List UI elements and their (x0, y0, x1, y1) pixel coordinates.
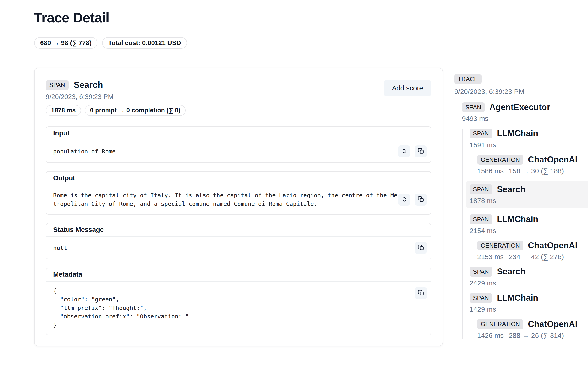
node-duration: 1591 ms (469, 141, 496, 149)
node-type-badge: GENERATION (477, 241, 523, 251)
node-title: ChatOpenAI (528, 241, 577, 250)
metadata-line: } (53, 321, 189, 329)
node-title: ChatOpenAI (528, 319, 577, 329)
trace-type-badge: TRACE (454, 74, 482, 84)
metadata-copy-button[interactable] (415, 287, 427, 299)
output-section: Output Rome is the capital city of Italy… (46, 171, 431, 215)
copy-icon (418, 290, 424, 297)
node-duration: 1878 ms (469, 197, 496, 205)
copy-icon (418, 196, 424, 203)
node-token-usage: 288 → 26 (∑ 314) (509, 332, 564, 340)
tree-node-llmchain-1[interactable]: SPAN LLMChain 1591 ms (469, 129, 588, 149)
trace-summary-badges: 680 → 98 (∑ 778) Total cost: 0.00121 USD (34, 37, 588, 49)
node-type-badge: SPAN (462, 102, 485, 112)
node-type-badge: SPAN (469, 184, 492, 194)
output-line: Rome is the capital city of Italy. It is… (53, 191, 397, 200)
node-type-badge: SPAN (469, 214, 492, 224)
node-duration: 1426 ms (477, 332, 504, 340)
node-title: LLMChain (497, 214, 538, 224)
tree-node-chatopenai-3[interactable]: GENERATION ChatOpenAI 1426 ms 288 → 26 (… (477, 319, 588, 340)
input-content: population of Rome (53, 147, 116, 156)
node-duration: 2154 ms (469, 227, 496, 235)
output-line: tropolitan City of Rome, and a special c… (53, 200, 397, 208)
llmchain-1-children: GENERATION ChatOpenAI 1586 ms 158 → 30 (… (470, 155, 588, 175)
span-type-badge: SPAN (46, 80, 69, 90)
node-duration: 2429 ms (469, 279, 496, 287)
node-duration: 9493 ms (462, 115, 488, 123)
output-expand-button[interactable] (398, 194, 410, 206)
tree-node-search-2[interactable]: SPAN Search 2429 ms (469, 267, 588, 287)
node-type-badge: SPAN (469, 293, 492, 303)
add-score-button[interactable]: Add score (384, 80, 431, 96)
metadata-section: Metadata { "color": "green", "llm_prefix… (46, 268, 431, 335)
input-section: Input population of Rome (46, 126, 431, 163)
span-header-info: SPAN Search 9/20/2023, 6:39:23 PM 1878 m… (46, 80, 186, 116)
tree-node-llmchain-2[interactable]: SPAN LLMChain 2154 ms (469, 214, 588, 235)
node-duration: 2153 ms (477, 253, 504, 261)
status-message-label: Status Message (46, 223, 431, 237)
node-duration: 1586 ms (477, 167, 504, 175)
input-expand-button[interactable] (398, 145, 410, 157)
node-type-badge: SPAN (469, 267, 492, 277)
status-copy-button[interactable] (415, 242, 427, 254)
metadata-content: { "color": "green", "llm_prefix": "Thoug… (53, 287, 189, 329)
status-message-content: null (53, 244, 67, 252)
span-token-usage-badge: 0 prompt → 0 completion (∑ 0) (85, 105, 186, 116)
output-section-label: Output (46, 172, 431, 185)
span-timestamp: 9/20/2023, 6:39:23 PM (46, 93, 186, 101)
span-latency-badge: 1878 ms (46, 105, 81, 116)
tree-node-chatopenai-1[interactable]: GENERATION ChatOpenAI 1586 ms 158 → 30 (… (477, 155, 588, 175)
trace-timestamp: 9/20/2023, 6:39:23 PM (454, 88, 588, 96)
chevrons-up-down-icon (401, 148, 407, 155)
trace-children: SPAN AgentExecutor 9493 ms SPAN LLMChain… (455, 102, 588, 340)
chevrons-up-down-icon (401, 196, 407, 203)
output-content: Rome is the capital city of Italy. It is… (53, 191, 397, 208)
metadata-line: { (53, 287, 189, 295)
node-title: Search (497, 185, 525, 194)
node-title: LLMChain (497, 129, 538, 138)
trace-total-cost-badge: Total cost: 0.00121 USD (102, 37, 187, 49)
llmchain-2-children: GENERATION ChatOpenAI 2153 ms 234 → 42 (… (470, 241, 588, 261)
status-message-section: Status Message null (46, 223, 431, 259)
node-title: AgentExecutor (489, 102, 550, 112)
agentexecutor-children: SPAN LLMChain 1591 ms GENERATION ChatOpe… (462, 129, 588, 340)
copy-icon (418, 148, 424, 155)
trace-detail-page: Trace Detail 680 → 98 (∑ 778) Total cost… (0, 10, 588, 346)
node-title: LLMChain (497, 293, 538, 303)
node-type-badge: GENERATION (477, 319, 523, 329)
metadata-line: "observation_prefix": "Observation: " (53, 312, 189, 321)
node-title: Search (497, 267, 525, 276)
output-copy-button[interactable] (415, 194, 427, 206)
tree-node-search-1[interactable]: SPAN Search 1878 ms (466, 181, 588, 208)
metadata-line: "llm_prefix": "Thought:", (53, 304, 189, 312)
metadata-label: Metadata (46, 268, 431, 282)
input-section-label: Input (46, 127, 431, 140)
node-token-usage: 158 → 30 (∑ 188) (509, 167, 564, 175)
node-type-badge: SPAN (469, 129, 492, 138)
metadata-line: "color": "green", (53, 295, 189, 304)
span-title: Search (74, 80, 103, 90)
node-type-badge: GENERATION (477, 155, 523, 165)
tree-node-chatopenai-2[interactable]: GENERATION ChatOpenAI 2153 ms 234 → 42 (… (477, 241, 588, 261)
node-duration: 1429 ms (469, 305, 496, 313)
node-token-usage: 234 → 42 (∑ 276) (509, 253, 564, 261)
tree-node-llmchain-3[interactable]: SPAN LLMChain 1429 ms (469, 293, 588, 313)
llmchain-3-children: GENERATION ChatOpenAI 1426 ms 288 → 26 (… (470, 319, 588, 340)
header-divider (34, 58, 588, 58)
tree-node-trace[interactable]: TRACE 9/20/2023, 6:39:23 PM (454, 74, 588, 96)
page-title: Trace Detail (34, 10, 588, 26)
trace-token-usage-badge: 680 → 98 (∑ 778) (34, 37, 97, 49)
span-detail-card: SPAN Search 9/20/2023, 6:39:23 PM 1878 m… (34, 68, 443, 346)
trace-tree-sidebar: TRACE 9/20/2023, 6:39:23 PM SPAN AgentEx… (454, 68, 588, 346)
node-title: ChatOpenAI (528, 155, 577, 165)
copy-icon (418, 244, 424, 251)
tree-node-agentexecutor[interactable]: SPAN AgentExecutor 9493 ms (462, 102, 588, 123)
input-copy-button[interactable] (415, 145, 427, 157)
